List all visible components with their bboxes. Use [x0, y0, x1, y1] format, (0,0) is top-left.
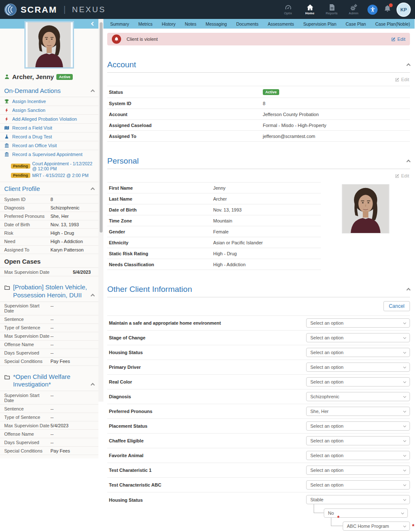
tab-documents[interactable]: Documents [232, 19, 263, 29]
form-row: Chaffee Eligible Select an option [107, 434, 410, 448]
row-label: Assigned To [109, 134, 263, 139]
cancel-button[interactable]: Cancel [383, 301, 410, 311]
favorite-animal-select[interactable]: Select an option [306, 451, 410, 460]
test-characteristic-abc-select[interactable]: Select an option [306, 480, 410, 490]
chevron-down-icon [403, 395, 406, 398]
client-profile-header[interactable]: Client Profile [0, 182, 98, 195]
case-row: Max Supervision Date5/4/2023 [0, 421, 98, 430]
row-label: Days Supervised [4, 440, 50, 445]
pending-appointments: Pending Court Appointment - 1/12/2022 @ … [0, 159, 98, 182]
folder-icon [4, 374, 10, 380]
row-label: Time Zone [109, 218, 213, 223]
select-value: Select an option [310, 468, 344, 473]
account-section-header: Account [107, 60, 410, 69]
brand[interactable]: SCRAM | NEXUS [4, 3, 106, 16]
profile-row: Assigned ToKaryn Patterson [0, 246, 98, 254]
placement-status-select[interactable]: Select an option [306, 421, 410, 431]
select-value: Select an option [310, 379, 344, 384]
tab-case-plan-noble[interactable]: Case Plan(Noble) [370, 19, 415, 29]
tab-history[interactable]: History [157, 19, 180, 29]
row-value: Asian or Pacific Islander [213, 240, 263, 245]
nav-label-reports: Reports [326, 11, 338, 15]
tab-notes[interactable]: Notes [180, 19, 201, 29]
personal-edit-button[interactable]: Edit [107, 169, 410, 182]
chevron-down-icon [403, 498, 406, 501]
tab-supervision-plan[interactable]: Supervision Plan [299, 19, 341, 29]
nav-item-reports[interactable]: Reports [324, 4, 340, 15]
required-asterisk: * [337, 514, 339, 521]
client-photo-large [342, 184, 389, 233]
action-assign-sanction[interactable]: Assign Sanction [0, 106, 98, 115]
chevron-down-icon [403, 321, 406, 324]
account-title: Account [107, 60, 136, 69]
app-window: SCRAM | NEXUS Optix Home Reports Admin [0, 0, 415, 532]
action-record-drug-test[interactable]: Record a Drug Test [0, 132, 98, 141]
pending-appointment-item[interactable]: Pending MRT - 4/15/2022 @ 2:00 PM [11, 172, 96, 179]
chevron-up-icon[interactable] [91, 187, 95, 191]
action-record-field-visit[interactable]: Record a Field Visit [0, 124, 98, 132]
housing-program-select[interactable]: ABC Home Program [343, 521, 410, 531]
pencil-square-icon [395, 77, 399, 82]
collapse-sidebar-icon[interactable] [91, 22, 95, 26]
form-row: Test Characteristic ABC Select an option [107, 478, 410, 492]
tab-messaging[interactable]: Messaging [201, 19, 232, 29]
chevron-up-icon[interactable] [407, 288, 411, 292]
tab-case-plan[interactable]: Case Plan [341, 19, 370, 29]
nav-item-admin[interactable]: Admin [346, 4, 362, 15]
account-edit-button[interactable]: Edit [107, 73, 410, 86]
chevron-up-icon[interactable] [407, 160, 411, 164]
row-value: Pay Fees [50, 448, 70, 453]
flask-icon [4, 134, 9, 139]
row-label: Special Conditions [4, 359, 50, 364]
preferred-pronouns-select[interactable]: She, Her [306, 407, 410, 416]
field-label: Test Characteristic ABC [107, 482, 161, 487]
action-record-supervised-appointment[interactable]: Record a Supervised Appointment [0, 150, 98, 159]
real-color-select[interactable]: Select an option [306, 377, 410, 386]
case-row: Special ConditionsPay Fees [0, 357, 98, 366]
row-label: Special Conditions [4, 448, 50, 453]
row-label: Need [4, 239, 50, 244]
select-value: Select an option [310, 438, 344, 443]
home-environment-select[interactable]: Select an option [306, 318, 410, 328]
field-label: Test Charateristic 1 [107, 468, 151, 473]
alert-edit-button[interactable]: Edit [391, 37, 405, 42]
chevron-up-icon[interactable] [91, 89, 95, 93]
navbar-actions: Optix Home Reports Admin KP [280, 3, 410, 16]
sidebar-scrollbar-thumb[interactable] [100, 22, 103, 233]
tab-metrics[interactable]: Metrics [134, 19, 157, 29]
map-icon [4, 125, 9, 130]
accessibility-icon[interactable] [367, 5, 378, 15]
tab-summary[interactable]: Summary [106, 19, 134, 29]
case-header-probation[interactable]: [Probation] Stolen Vehicle, Possession H… [0, 280, 98, 302]
diagnosis-select[interactable]: Schizophrenic [306, 392, 410, 401]
chevron-up-icon[interactable] [91, 383, 95, 387]
field-label: Housing Status [107, 350, 143, 355]
action-record-office-visit[interactable]: Record an Office Visit [0, 141, 98, 150]
main-panel: Summary Metrics History Notes Messaging … [103, 19, 415, 532]
user-avatar[interactable]: KP [397, 3, 410, 16]
notifications-bell[interactable] [383, 5, 391, 14]
select-value: Schizophrenic [310, 394, 339, 399]
test-charateristic-1-select[interactable]: Select an option [306, 466, 410, 475]
on-demand-actions-header[interactable]: On-Demand Actions [0, 84, 98, 97]
pending-appointment-item[interactable]: Pending Court Appointment - 1/12/2022 @ … [11, 160, 96, 172]
housing-status-parent-select[interactable]: Stable [306, 495, 410, 504]
chevron-up-icon[interactable] [91, 294, 95, 298]
housing-status-select[interactable]: Select an option [306, 348, 410, 357]
tab-assessments[interactable]: Assessments [263, 19, 299, 29]
action-add-probation-violation[interactable]: Add Alleged Probation Violation [0, 115, 98, 124]
chevron-up-icon[interactable] [407, 64, 411, 68]
select-value: Select an option [310, 320, 344, 326]
nav-item-home[interactable]: Home [302, 4, 318, 15]
primary-driver-select[interactable]: Select an option [306, 363, 410, 372]
row-label: Static Risk Rating [109, 251, 213, 256]
select-value: Stable [310, 497, 323, 502]
stage-of-change-select[interactable]: Select an option [306, 333, 410, 342]
case-header-child-welfare[interactable]: *Open Child Welfare Investigation* [0, 369, 98, 392]
case-row: Type of Sentence-- [0, 324, 98, 332]
action-assign-incentive[interactable]: Assign Incentive [0, 97, 98, 106]
row-value: -- [50, 440, 53, 445]
chaffee-eligible-select[interactable]: Select an option [306, 436, 410, 445]
housing-status-child-select[interactable]: No [324, 508, 408, 518]
nav-item-optix[interactable]: Optix [280, 4, 296, 15]
